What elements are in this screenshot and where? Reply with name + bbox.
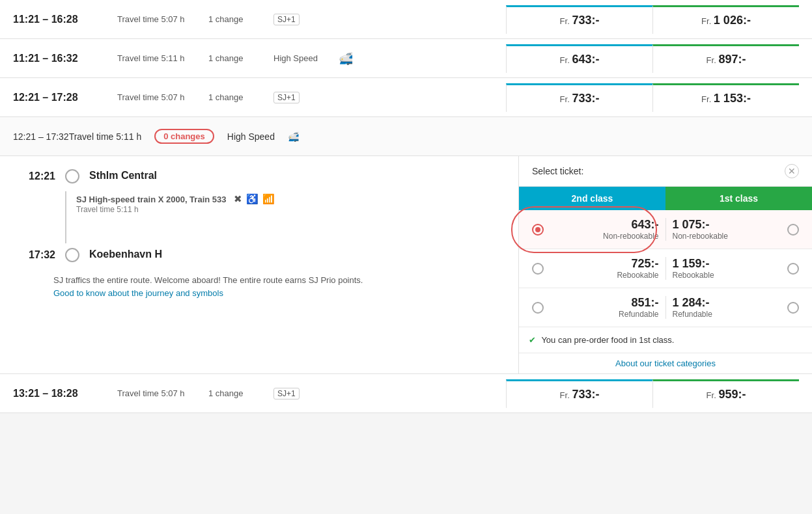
travel-info: Travel time 5:11 h 0 changes High Speed … bbox=[69, 129, 799, 144]
tab-2nd-class[interactable]: 2nd class bbox=[519, 187, 665, 210]
train-travel-time: Travel time 5:11 h bbox=[76, 205, 275, 214]
train-row[interactable]: 13:21 – 18:28 Travel time 5:07 h 1 chang… bbox=[0, 374, 812, 413]
radio-2nd-non-rebookable[interactable] bbox=[532, 224, 544, 236]
restaurant-icon: ✖ bbox=[234, 193, 242, 205]
departure-circle bbox=[65, 169, 79, 183]
operator-badge: SJ+1 bbox=[273, 14, 300, 25]
price-value-1st-rebookable: 1 159:- bbox=[673, 257, 781, 271]
train-name: SJ High-speed train X 2000, Train 533 bbox=[76, 195, 226, 204]
price-1st-class[interactable]: Fr. 1 026:- bbox=[652, 5, 799, 34]
route-info-text: SJ traffics the entire route. Welcome ab… bbox=[53, 275, 363, 285]
type-1st-non-rebookable: Non-rebookable bbox=[673, 232, 781, 241]
results-container: 11:21 – 16:28 Travel time 5:07 h 1 chang… bbox=[0, 0, 812, 413]
time-range: 11:21 – 16:28 bbox=[13, 14, 117, 25]
prices-section: Fr. 643:- Fr. 897:- bbox=[506, 44, 799, 73]
type-1st-rebookable: Rebookable bbox=[673, 271, 781, 280]
travel-time: Travel time 5:11 h bbox=[117, 53, 195, 63]
journey-detail: 12:21 Sthlm Central SJ High-speed train … bbox=[0, 156, 519, 373]
price-value-1st: Fr. 1 026:- bbox=[701, 14, 751, 27]
ticket-select-panel: Select ticket: ✕ 2nd class 1st class 643… bbox=[519, 156, 812, 373]
close-button[interactable]: ✕ bbox=[785, 164, 799, 178]
price-2nd-class[interactable]: Fr. 733:- bbox=[506, 83, 652, 112]
travel-info: Travel time 5:11 h 1 change High Speed 🚅 bbox=[117, 51, 506, 66]
departure-time: 12:21 bbox=[20, 169, 55, 182]
type-2nd-non-rebookable: Non-rebookable bbox=[550, 232, 659, 241]
changes-badge: 0 changes bbox=[154, 129, 214, 144]
time-range: 12:21 – 17:32 bbox=[13, 131, 69, 142]
arrival-station-line: 17:32 Koebenhavn H bbox=[20, 248, 499, 262]
prices-section: Fr. 733:- Fr. 959:- bbox=[506, 379, 799, 408]
travel-time: Travel time 5:07 h bbox=[117, 92, 195, 102]
select-ticket-header: Select ticket: ✕ bbox=[519, 156, 812, 187]
travel-info: Travel time 5:07 h 1 change SJ+1 bbox=[117, 14, 506, 25]
train-row[interactable]: 11:21 – 16:28 Travel time 5:07 h 1 chang… bbox=[0, 0, 812, 39]
price-2nd-class[interactable]: Fr. 733:- bbox=[506, 379, 652, 408]
type-1st-refundable: Refundable bbox=[673, 310, 781, 319]
price-2nd-rebookable: 725:- Rebookable bbox=[550, 257, 665, 280]
timeline-top bbox=[65, 169, 79, 183]
journey-info-link[interactable]: Good to know about the journey and symbo… bbox=[53, 288, 499, 298]
checkmark-icon: ✔ bbox=[529, 335, 536, 345]
travel-info: Travel time 5:07 h 1 change SJ+1 bbox=[117, 92, 506, 103]
price-1st-non-rebookable: 1 075:- Non-rebookable bbox=[666, 218, 781, 241]
price-1st-rebookable: 1 159:- Rebookable bbox=[666, 257, 781, 280]
train-row[interactable]: 12:21 – 17:28 Travel time 5:07 h 1 chang… bbox=[0, 78, 812, 117]
class-tabs: 2nd class 1st class bbox=[519, 187, 812, 210]
price-1st-class[interactable]: Fr. 1 153:- bbox=[652, 83, 799, 112]
price-2nd-non-rebookable: 643:- Non-rebookable bbox=[550, 218, 665, 241]
train-row[interactable]: 11:21 – 16:32 Travel time 5:11 h 1 chang… bbox=[0, 39, 812, 78]
train-amenity-icons: ✖ ♿ 📶 bbox=[234, 193, 275, 205]
arrival-station-name: Koebenhavn H bbox=[89, 248, 162, 260]
ticket-option-rebookable[interactable]: 725:- Rebookable 1 159:- Rebookable bbox=[519, 249, 812, 288]
arrival-circle bbox=[65, 248, 79, 262]
radio-1st-non-rebookable[interactable] bbox=[787, 224, 799, 236]
radio-2nd-rebookable[interactable] bbox=[532, 263, 544, 275]
train-details: SJ High-speed train X 2000, Train 533 ✖ … bbox=[76, 193, 275, 241]
time-range: 13:21 – 18:28 bbox=[13, 388, 117, 399]
high-speed-icon: 🚅 bbox=[288, 131, 299, 142]
prices-section: Fr. 733:- Fr. 1 026:- bbox=[506, 5, 799, 34]
travel-time: Travel time 5:07 h bbox=[117, 388, 195, 398]
price-value-1st: Fr. 1 153:- bbox=[701, 92, 751, 105]
ticket-option-non-rebookable[interactable]: 643:- Non-rebookable 1 075:- Non-rebooka… bbox=[519, 210, 812, 249]
food-note-text: You can pre-order food in 1st class. bbox=[541, 335, 674, 345]
price-value-1st-refundable: 1 284:- bbox=[673, 296, 781, 310]
price-value-2nd: Fr. 643:- bbox=[560, 53, 600, 66]
info-text-block: SJ traffics the entire route. Welcome ab… bbox=[53, 275, 499, 298]
changes: 1 change bbox=[208, 53, 260, 63]
arrival-time: 17:32 bbox=[20, 248, 55, 261]
wifi-icon: 📶 bbox=[262, 193, 275, 205]
price-value-1st-non-rebookable: 1 075:- bbox=[673, 218, 781, 232]
timeline-line bbox=[65, 191, 66, 243]
price-2nd-class[interactable]: Fr. 733:- bbox=[506, 5, 652, 34]
service-type: High Speed bbox=[273, 53, 326, 63]
price-value-2nd-non-rebookable: 643:- bbox=[550, 218, 659, 232]
price-value-2nd-refundable: 851:- bbox=[550, 296, 659, 310]
about-tickets-link[interactable]: About our ticket categories bbox=[519, 353, 812, 373]
prices-section: Fr. 733:- Fr. 1 153:- bbox=[506, 83, 799, 112]
train-info-section: SJ High-speed train X 2000, Train 533 ✖ … bbox=[20, 190, 499, 245]
expanded-train-row: 12:21 – 17:32 Travel time 5:11 h 0 chang… bbox=[0, 117, 812, 374]
price-1st-class[interactable]: Fr. 897:- bbox=[652, 44, 799, 73]
departure-station-name: Sthlm Central bbox=[89, 169, 157, 182]
radio-2nd-refundable[interactable] bbox=[532, 302, 544, 314]
timeline-middle bbox=[65, 190, 66, 245]
radio-1st-refundable[interactable] bbox=[787, 302, 799, 314]
expanded-header[interactable]: 12:21 – 17:32 Travel time 5:11 h 0 chang… bbox=[0, 117, 812, 156]
service-type: High Speed bbox=[227, 131, 275, 142]
travel-info: Travel time 5:07 h 1 change SJ+1 bbox=[117, 388, 506, 399]
price-1st-refundable: 1 284:- Refundable bbox=[666, 296, 781, 319]
price-value-2nd: Fr. 733:- bbox=[560, 388, 600, 401]
accessible-icon: ♿ bbox=[246, 193, 259, 205]
radio-1st-rebookable[interactable] bbox=[787, 263, 799, 275]
price-value-1st: Fr. 897:- bbox=[707, 53, 746, 66]
travel-time: Travel time 5:07 h bbox=[117, 14, 195, 24]
timeline-bottom bbox=[65, 248, 79, 262]
price-1st-class[interactable]: Fr. 959:- bbox=[652, 379, 799, 408]
tab-1st-class[interactable]: 1st class bbox=[665, 187, 812, 210]
price-2nd-class[interactable]: Fr. 643:- bbox=[506, 44, 652, 73]
travel-time: Travel time 5:11 h bbox=[69, 131, 142, 142]
ticket-option-refundable[interactable]: 851:- Refundable 1 284:- Refundable bbox=[519, 288, 812, 327]
price-value-1st: Fr. 959:- bbox=[707, 388, 746, 401]
food-note: ✔ You can pre-order food in 1st class. bbox=[519, 327, 812, 353]
